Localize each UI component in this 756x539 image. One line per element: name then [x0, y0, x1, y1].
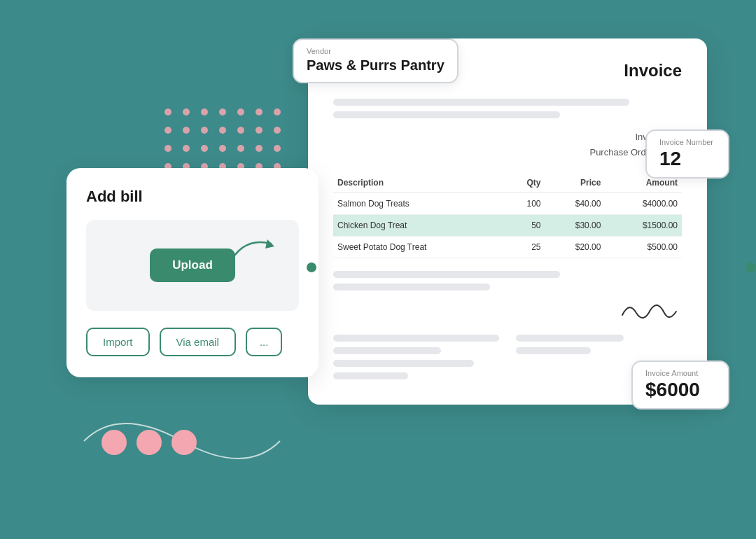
- cell-qty: 25: [505, 237, 545, 258]
- cell-amount: $500.00: [605, 237, 682, 258]
- upload-button[interactable]: Upload: [150, 248, 235, 282]
- table-row: Salmon Dog Treats100$40.00$4000.00: [333, 193, 682, 215]
- svg-marker-0: [265, 239, 274, 248]
- invoice-card: Invoice Invoice #12 Purchase Order #1006…: [308, 38, 707, 405]
- table-row: Sweet Potato Dog Treat25$20.00$500.00: [333, 237, 682, 258]
- cell-amount: $1500.00: [605, 215, 682, 237]
- placeholder-line-1: [333, 99, 629, 106]
- placeholder-line-2: [333, 111, 560, 118]
- invoice-amount-badge: Invoice Amount $6000: [631, 360, 729, 410]
- vendor-label: Vendor: [307, 47, 444, 55]
- import-button[interactable]: Import: [86, 328, 150, 356]
- vendor-name: Paws & Purrs Pantry: [307, 57, 444, 74]
- pink-circles-decoration: [102, 430, 197, 455]
- signature-svg: [619, 298, 682, 322]
- row-handle-left[interactable]: [307, 262, 316, 272]
- invoice-number-text: Invoice #12: [333, 130, 682, 145]
- invoice-number-badge: Invoice Number 12: [645, 130, 729, 178]
- invoice-number-badge-label: Invoice Number: [659, 138, 715, 146]
- upload-area: Upload: [86, 220, 299, 311]
- signature-area: [333, 298, 682, 325]
- pink-circle-1: [102, 430, 127, 455]
- bottom-placeholder: [333, 271, 682, 385]
- via-email-button[interactable]: Via email: [160, 328, 236, 356]
- cell-price: $40.00: [545, 193, 606, 215]
- col-description: Description: [333, 173, 505, 193]
- action-buttons: Import Via email ...: [86, 328, 299, 356]
- invoice-po-text: Purchase Order #1006: [333, 145, 682, 160]
- invoice-amount-badge-value: $6000: [645, 379, 715, 401]
- pink-circle-3: [172, 430, 197, 455]
- cell-qty: 100: [505, 193, 545, 215]
- more-button[interactable]: ...: [246, 328, 283, 356]
- table-row: Chicken Dog Treat50$30.00$1500.00: [333, 215, 682, 237]
- invoice-number-badge-value: 12: [659, 148, 715, 170]
- cell-qty: 50: [505, 215, 545, 237]
- add-bill-title: Add bill: [86, 188, 299, 206]
- add-bill-card: Add bill Upload Import Via email ...: [66, 168, 318, 377]
- col-qty: Qty: [505, 173, 545, 193]
- pink-circle-2: [136, 430, 162, 455]
- cell-amount: $4000.00: [605, 193, 682, 215]
- cell-description: Salmon Dog Treats: [333, 193, 505, 215]
- cell-description: Sweet Potato Dog Treat: [333, 237, 505, 258]
- cell-description: Chicken Dog Treat: [333, 215, 505, 237]
- vendor-badge: Vendor Paws & Purrs Pantry: [293, 38, 458, 83]
- col-price: Price: [545, 173, 606, 193]
- table-header-row: Description Qty Price Amount: [333, 173, 682, 193]
- invoice-table: Description Qty Price Amount Salmon Dog …: [333, 173, 682, 258]
- invoice-meta: Invoice #12 Purchase Order #1006: [333, 130, 682, 160]
- cell-price: $30.00: [545, 215, 606, 237]
- bottom-two-col: [333, 335, 682, 385]
- cell-price: $20.00: [545, 237, 606, 258]
- invoice-title: Invoice: [507, 61, 682, 80]
- invoice-amount-badge-label: Invoice Amount: [645, 369, 715, 377]
- placeholder-section-top: [333, 99, 682, 118]
- row-handle-right[interactable]: [746, 262, 756, 272]
- bottom-col-left: [333, 335, 499, 385]
